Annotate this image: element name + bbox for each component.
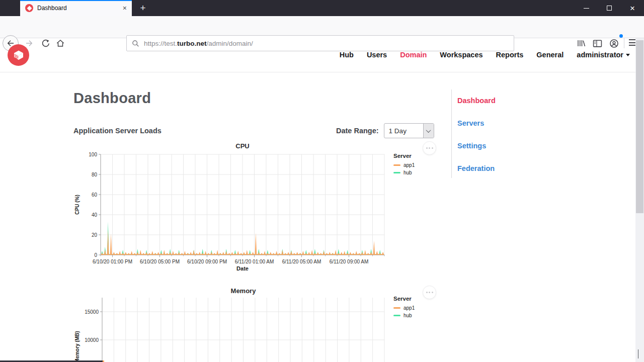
sidebar-toggle-button[interactable]: [589, 35, 605, 51]
browser-toolbar: https://test.turbo.net/admin/domain/: [0, 16, 644, 38]
hub-swatch-icon: [393, 172, 400, 173]
new-tab-button[interactable]: +: [135, 0, 151, 16]
minimize-icon: [584, 8, 589, 9]
nav-item-domain[interactable]: Domain: [400, 51, 427, 59]
legend-item-app1[interactable]: app1: [393, 162, 439, 168]
maximize-icon: [607, 6, 612, 11]
date-range-value: 1 Day: [389, 127, 407, 135]
nav-item-workspaces[interactable]: Workspaces: [440, 51, 482, 59]
reload-icon: [41, 39, 50, 48]
page-scrollbar[interactable]: [635, 38, 644, 362]
svg-text:20: 20: [92, 232, 98, 238]
legend-label: app1: [404, 305, 415, 311]
scrollbar-down-button[interactable]: [638, 349, 638, 358]
window-maximize-button[interactable]: [598, 0, 621, 16]
browser-tab[interactable]: Dashboard ×: [20, 0, 132, 16]
toolbar-divider: [624, 38, 624, 48]
site-favicon-icon: [25, 4, 33, 12]
hub-swatch-icon: [393, 315, 400, 316]
svg-text:60: 60: [92, 192, 98, 198]
nav-item-hub[interactable]: Hub: [340, 51, 354, 59]
legend-label: app1: [404, 162, 415, 168]
svg-text:Date: Date: [236, 265, 249, 270]
svg-text:6/10/20 01:00 PM: 6/10/20 01:00 PM: [93, 259, 132, 264]
svg-text:Memory (MB): Memory (MB): [74, 331, 80, 362]
svg-text:15000: 15000: [85, 309, 99, 315]
url-text: https://test.turbo.net/admin/domain/: [144, 40, 253, 47]
memory-chart[interactable]: 1000015000Memory (MB): [70, 282, 443, 362]
home-button[interactable]: [52, 35, 68, 51]
tab-close-icon[interactable]: ×: [123, 5, 127, 12]
library-button[interactable]: [573, 35, 589, 51]
legend-item-hub[interactable]: hub: [393, 170, 439, 175]
date-range-select[interactable]: 1 Day: [384, 123, 434, 138]
svg-text:100: 100: [89, 152, 97, 157]
legend-item-app1[interactable]: app1: [393, 305, 439, 311]
url-path: /admin/domain/: [207, 40, 253, 47]
nav-item-reports[interactable]: Reports: [496, 51, 524, 59]
user-menu-label: administrator: [577, 51, 623, 59]
cube-icon: [13, 49, 25, 61]
select-arrow-button[interactable]: [423, 124, 434, 138]
date-range-label: Date Range:: [336, 127, 379, 135]
sidebar-icon: [593, 39, 602, 48]
url-domain: turbo.net: [177, 40, 207, 47]
svg-text:6/10/20 05:00 PM: 6/10/20 05:00 PM: [140, 259, 180, 264]
svg-text:80: 80: [92, 172, 98, 177]
tab-title: Dashboard: [37, 5, 119, 12]
scrollbar-thumb[interactable]: [636, 40, 643, 213]
svg-text:10000: 10000: [85, 337, 99, 343]
chevron-down-icon: [626, 54, 630, 56]
legend-title: Server: [393, 153, 439, 159]
cpu-legend: Server app1 hub: [393, 153, 439, 177]
legend-title: Server: [393, 296, 439, 302]
svg-text:CPU (%): CPU (%): [74, 195, 80, 214]
legend-item-hub[interactable]: hub: [393, 313, 439, 318]
svg-text:40: 40: [92, 212, 98, 218]
legend-label: hub: [404, 313, 412, 318]
url-bar[interactable]: https://test.turbo.net/admin/domain/: [126, 35, 514, 51]
browser-titlebar: Dashboard × + ×: [0, 0, 644, 16]
forward-arrow-icon: [25, 39, 34, 48]
svg-text:6/11/20 09:00 AM: 6/11/20 09:00 AM: [330, 259, 369, 264]
chevron-down-icon: [638, 349, 638, 358]
turbo-logo[interactable]: [8, 44, 29, 66]
search-icon: [132, 40, 139, 47]
chevron-down-icon: [426, 128, 431, 133]
svg-text:0: 0: [94, 252, 97, 258]
app1-swatch-icon: [393, 164, 400, 166]
sidebar-item-dashboard[interactable]: Dashboard: [457, 97, 496, 105]
account-icon: [609, 39, 619, 48]
memory-legend: Server app1 hub: [393, 296, 439, 320]
main-nav: Hub Users Domain Workspaces Reports Gene…: [340, 51, 630, 59]
window-controls: ×: [575, 0, 644, 16]
svg-text:6/11/20 05:00 AM: 6/11/20 05:00 AM: [282, 259, 321, 264]
sidebar-item-servers[interactable]: Servers: [457, 119, 496, 127]
svg-text:6/10/20 09:00 PM: 6/10/20 09:00 PM: [187, 259, 227, 264]
url-scheme: https://test.: [144, 40, 177, 47]
browser-window: Dashboard × + × https://test.turbo.net/a…: [0, 0, 644, 362]
reload-button[interactable]: [37, 35, 53, 51]
header-divider: [0, 72, 644, 72]
account-button[interactable]: [606, 35, 622, 51]
domain-submenu: Dashboard Servers Settings Federation: [451, 89, 496, 178]
app1-swatch-icon: [393, 307, 400, 309]
nav-item-users[interactable]: Users: [367, 51, 387, 59]
window-minimize-button[interactable]: [575, 0, 598, 16]
library-icon: [577, 39, 586, 48]
svg-text:6/11/20 01:00 AM: 6/11/20 01:00 AM: [235, 259, 274, 264]
nav-item-general[interactable]: General: [536, 51, 564, 59]
page-title: Dashboard: [73, 90, 151, 107]
sidebar-item-settings[interactable]: Settings: [457, 142, 496, 150]
legend-label: hub: [404, 170, 412, 175]
close-icon: ×: [630, 4, 635, 13]
window-close-button[interactable]: ×: [621, 0, 644, 16]
home-icon: [56, 39, 65, 48]
user-menu[interactable]: administrator: [577, 51, 630, 59]
section-title: Application Server Loads: [73, 127, 162, 135]
sidebar-item-federation[interactable]: Federation: [457, 164, 496, 172]
account-notification-dot: [619, 34, 623, 38]
date-range-control: Date Range: 1 Day: [336, 123, 434, 138]
cpu-chart[interactable]: 0204060801006/10/20 01:00 PM6/10/20 05:0…: [70, 141, 443, 270]
